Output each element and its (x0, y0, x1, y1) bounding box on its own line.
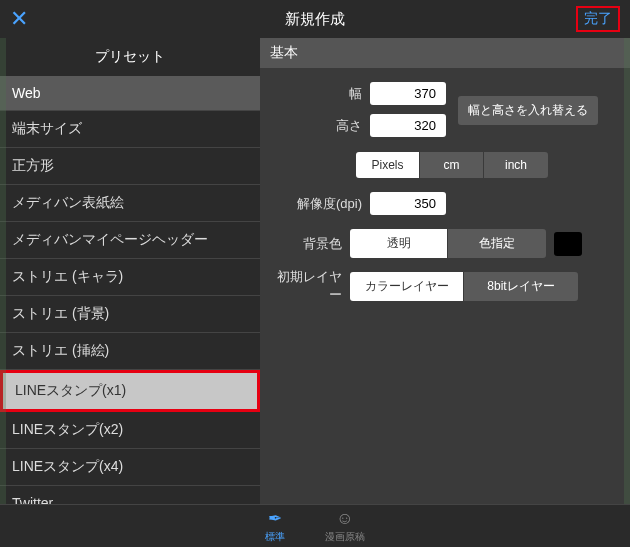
layer-label: 初期レイヤー (276, 268, 342, 304)
layer-segment: カラーレイヤー 8bitレイヤー (350, 272, 578, 301)
page-title: 新規作成 (285, 10, 345, 29)
preset-sidebar: プリセット Web 端末サイズ 正方形 メディバン表紙絵 メディバンマイページヘ… (0, 38, 260, 504)
preset-item-medibang-header[interactable]: メディバンマイページヘッダー (0, 222, 260, 259)
dpi-input[interactable]: 350 (370, 192, 446, 215)
height-label: 高さ (276, 117, 362, 135)
color-swatch[interactable] (554, 232, 582, 256)
swap-dimensions-button[interactable]: 幅と高さを入れ替える (458, 96, 598, 125)
tab-standard[interactable]: ✒ 標準 (265, 508, 285, 544)
basic-section-header: 基本 (260, 38, 630, 68)
preset-item-medibang-cover[interactable]: メディバン表紙絵 (0, 185, 260, 222)
preset-item-square[interactable]: 正方形 (0, 148, 260, 185)
tab-manga[interactable]: ☺ 漫画原稿 (325, 509, 365, 544)
width-label: 幅 (276, 85, 362, 103)
width-input[interactable]: 370 (370, 82, 446, 105)
unit-pixels[interactable]: Pixels (356, 152, 420, 178)
decorative-edge-left (0, 38, 6, 504)
preset-item-line-x4[interactable]: LINEスタンプ(x4) (0, 449, 260, 486)
tab-standard-label: 標準 (265, 530, 285, 544)
layer-color[interactable]: カラーレイヤー (350, 272, 464, 301)
smile-icon: ☺ (336, 509, 353, 529)
bg-transparent[interactable]: 透明 (350, 229, 448, 258)
unit-segment: Pixels cm inch (356, 152, 548, 178)
preset-item-web[interactable]: Web (0, 76, 260, 111)
bgcolor-segment: 透明 色指定 (350, 229, 546, 258)
height-input[interactable]: 320 (370, 114, 446, 137)
bg-specify[interactable]: 色指定 (448, 229, 546, 258)
dpi-label: 解像度(dpi) (276, 195, 362, 213)
close-icon[interactable]: ✕ (10, 6, 28, 32)
decorative-edge-right (624, 38, 630, 504)
preset-item-device[interactable]: 端末サイズ (0, 111, 260, 148)
preset-item-line-x1[interactable]: LINEスタンプ(x1) (0, 370, 260, 412)
done-button[interactable]: 完了 (576, 6, 620, 32)
layer-8bit[interactable]: 8bitレイヤー (464, 272, 578, 301)
pen-nib-icon: ✒ (268, 508, 282, 529)
unit-inch[interactable]: inch (484, 152, 548, 178)
preset-item-storie-bg[interactable]: ストリエ (背景) (0, 296, 260, 333)
preset-item-storie-chara[interactable]: ストリエ (キャラ) (0, 259, 260, 296)
unit-cm[interactable]: cm (420, 152, 484, 178)
preset-header: プリセット (0, 38, 260, 76)
tab-manga-label: 漫画原稿 (325, 530, 365, 544)
bgcolor-label: 背景色 (276, 235, 342, 253)
preset-item-twitter[interactable]: Twitter (0, 486, 260, 504)
preset-item-storie-illust[interactable]: ストリエ (挿絵) (0, 333, 260, 370)
preset-item-line-x2[interactable]: LINEスタンプ(x2) (0, 412, 260, 449)
